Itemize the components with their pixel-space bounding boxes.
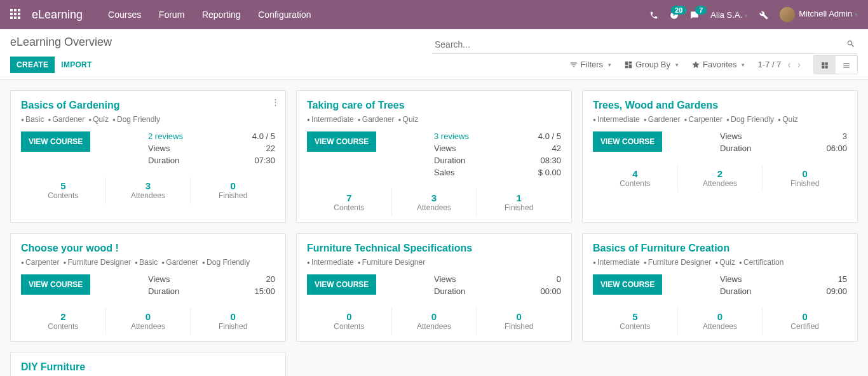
view-course-button[interactable]: VIEW COURSE xyxy=(593,131,662,152)
course-card[interactable]: Basics of Furniture CreationIntermediate… xyxy=(582,233,858,342)
view-kanban[interactable] xyxy=(814,56,836,74)
user-menu[interactable]: Mitchell Admin xyxy=(780,7,858,22)
chat-icon[interactable]: 7 xyxy=(690,10,699,20)
kanban-view: ⋮Basics of GardeningBasicGardenerQuizDog… xyxy=(0,80,868,376)
tag: Intermediate xyxy=(307,258,354,267)
stat-value: 4.0 / 5 xyxy=(538,131,561,141)
footer-stat[interactable]: 5Contents xyxy=(21,177,106,204)
course-title[interactable]: Trees, Wood and Gardens xyxy=(593,100,847,111)
course-tags: IntermediateFurniture DesignerQuizCertif… xyxy=(593,258,847,267)
favorites-menu[interactable]: Favorites xyxy=(691,60,745,69)
tag: Quiz xyxy=(715,258,735,267)
stat-value: 08:30 xyxy=(540,156,561,165)
footer-stat[interactable]: 2Contents xyxy=(21,307,106,335)
footer-stat[interactable]: 0Attendees xyxy=(392,307,477,335)
tag: Furniture Designer xyxy=(644,258,711,267)
brand[interactable]: eLearning xyxy=(32,8,83,22)
activity-badge: 20 xyxy=(671,6,686,15)
footer-stat[interactable]: 0Certified xyxy=(763,307,847,335)
groupby-menu[interactable]: Group By xyxy=(624,60,679,69)
stat-value: $ 0.00 xyxy=(538,168,561,177)
course-card[interactable]: Furniture Technical SpecificationsInterm… xyxy=(296,233,572,342)
stat-value: 42 xyxy=(552,144,561,153)
pager-next[interactable]: › xyxy=(797,59,801,70)
stat-label: Views xyxy=(434,144,456,153)
stat-label: Duration xyxy=(720,144,751,153)
course-card[interactable]: ⋮Basics of GardeningBasicGardenerQuizDog… xyxy=(10,90,286,223)
create-button[interactable]: CREATE xyxy=(10,57,55,73)
avatar xyxy=(780,7,795,22)
apps-icon[interactable] xyxy=(10,9,22,20)
footer-stat[interactable]: 0Finished xyxy=(763,164,847,192)
footer-stat[interactable]: 0Finished xyxy=(191,177,275,204)
course-title[interactable]: Basics of Gardening xyxy=(21,100,275,111)
nav-configuration[interactable]: Configuration xyxy=(258,10,311,20)
view-course-button[interactable]: VIEW COURSE xyxy=(307,274,376,295)
search-input[interactable] xyxy=(432,36,858,54)
nav-forum[interactable]: Forum xyxy=(159,10,184,20)
chat-badge: 7 xyxy=(695,6,707,15)
activity-icon[interactable]: 20 xyxy=(670,10,679,20)
tag: Quiz xyxy=(778,115,798,124)
tag: Furniture Designer xyxy=(63,258,130,267)
course-card[interactable]: Choose your wood !CarpenterFurniture Des… xyxy=(10,233,286,342)
pager-prev[interactable]: ‹ xyxy=(787,59,790,70)
course-title[interactable]: Choose your wood ! xyxy=(21,243,275,254)
filters-menu[interactable]: Filters xyxy=(569,60,611,69)
import-button[interactable]: IMPORT xyxy=(55,57,98,73)
stat-label: Views xyxy=(720,274,742,284)
view-list[interactable] xyxy=(836,56,857,74)
debug-icon[interactable] xyxy=(759,10,768,20)
company-select[interactable]: Alia S.A. xyxy=(710,10,748,20)
phone-icon[interactable] xyxy=(649,10,658,20)
stat-value: 00:00 xyxy=(540,286,561,296)
course-title[interactable]: Furniture Technical Specifications xyxy=(307,243,561,254)
view-course-button[interactable]: VIEW COURSE xyxy=(21,131,90,152)
course-tags: IntermediateGardenerCarpenterDog Friendl… xyxy=(593,115,847,124)
reviews-link[interactable]: 3 reviews xyxy=(434,131,469,141)
view-course-button[interactable]: VIEW COURSE xyxy=(21,274,90,295)
footer-stat[interactable]: 2Attendees xyxy=(678,164,763,192)
footer-stat[interactable]: 0Finished xyxy=(477,307,561,335)
course-title[interactable]: Basics of Furniture Creation xyxy=(593,243,847,254)
course-title[interactable]: DIY Furniture xyxy=(21,361,275,373)
course-tags: CarpenterFurniture DesignerBasicGardener… xyxy=(21,258,275,267)
tag: Carpenter xyxy=(684,115,722,124)
footer-stat[interactable]: 3Attendees xyxy=(106,177,191,204)
stat-value: 20 xyxy=(266,274,275,284)
search-icon[interactable] xyxy=(846,38,855,48)
footer-stat[interactable]: 0Attendees xyxy=(106,307,191,335)
course-card[interactable]: Taking care of TreesIntermediateGardener… xyxy=(296,90,572,223)
nav-courses[interactable]: Courses xyxy=(108,10,141,20)
footer-stat[interactable]: 1Finished xyxy=(477,189,561,216)
nav-reporting[interactable]: Reporting xyxy=(202,10,241,20)
main-nav: Courses Forum Reporting Configuration xyxy=(108,10,326,20)
course-card[interactable]: DIY FurnitureAdvancedCarpenterFurniture … xyxy=(10,352,286,376)
footer-stat[interactable]: 0Finished xyxy=(191,307,275,335)
tag: Intermediate xyxy=(307,115,354,124)
footer-stat[interactable]: 3Attendees xyxy=(392,189,477,216)
view-course-button[interactable]: VIEW COURSE xyxy=(593,274,662,295)
stat-value: 07:30 xyxy=(254,156,275,165)
course-card[interactable]: Trees, Wood and GardensIntermediateGarde… xyxy=(582,90,858,223)
tag: Dog Friendly xyxy=(726,115,774,124)
tag: Gardener xyxy=(161,258,198,267)
pager-text: 1-7 / 7 xyxy=(757,60,781,69)
course-title[interactable]: Taking care of Trees xyxy=(307,100,561,111)
stat-label: Duration xyxy=(148,286,179,296)
tag: Gardener xyxy=(358,115,395,124)
stat-label: Views xyxy=(148,274,170,284)
tag: Furniture Designer xyxy=(358,258,425,267)
view-course-button[interactable]: VIEW COURSE xyxy=(307,131,376,152)
tag: Intermediate xyxy=(593,115,640,124)
footer-stat[interactable]: 0Contents xyxy=(307,307,392,335)
footer-stat[interactable]: 0Attendees xyxy=(678,307,763,335)
tag: Dog Friendly xyxy=(112,115,160,124)
footer-stat[interactable]: 7Contents xyxy=(307,189,392,216)
reviews-link[interactable]: 2 reviews xyxy=(148,131,183,141)
page-title: eLearning Overview xyxy=(10,36,112,49)
more-icon[interactable]: ⋮ xyxy=(271,97,279,107)
footer-stat[interactable]: 4Contents xyxy=(593,164,678,192)
footer-stat[interactable]: 5Contents xyxy=(593,307,678,335)
tag: Quiz xyxy=(88,115,109,124)
